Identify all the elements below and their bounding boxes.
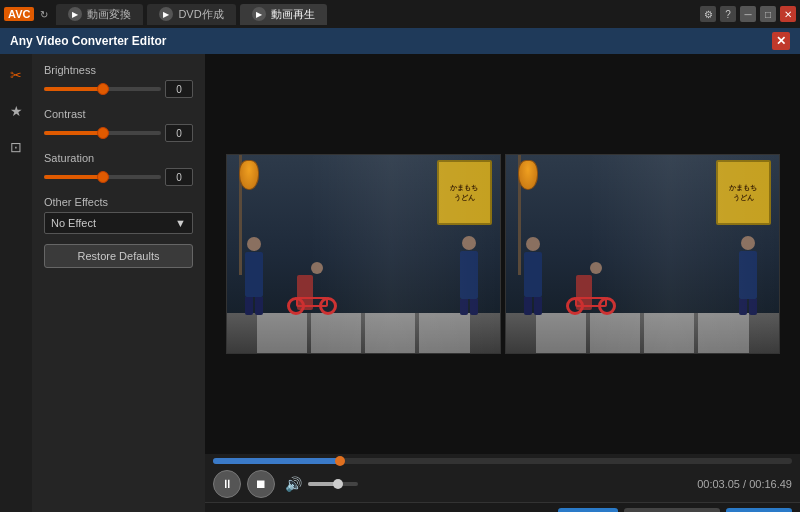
time-current: 00:03.05	[697, 478, 740, 490]
saturation-value[interactable]: 0	[165, 168, 193, 186]
contrast-slider-row: 0	[44, 124, 193, 142]
saturation-fill	[44, 175, 103, 179]
other-effects-select[interactable]: No Effect ▼	[44, 212, 193, 234]
saturation-label: Saturation	[44, 152, 193, 164]
maximize-button[interactable]: □	[760, 6, 776, 22]
contrast-value[interactable]: 0	[165, 124, 193, 142]
saturation-slider-row: 0	[44, 168, 193, 186]
speed-lines-left	[227, 155, 500, 353]
dvd-icon: ▶	[159, 7, 173, 21]
title-tabs: ▶ 動画変換 ▶ DVD作成 ▶ 動画再生	[56, 4, 700, 25]
brightness-label: Brightness	[44, 64, 193, 76]
dialog-titlebar: Any Video Converter Editor ✕	[0, 28, 800, 54]
controls-panel: Brightness 0 Contrast	[32, 54, 205, 512]
other-effects-control: Other Effects No Effect ▼	[44, 196, 193, 234]
contrast-label: Contrast	[44, 108, 193, 120]
left-inner: ✂ ★ ⊡ Brightness 0	[0, 54, 205, 512]
time-display: 00:03.05 / 00:16.49	[697, 478, 792, 490]
playback-bar: ⏸ ⏹ 🔊 00:03.05 / 00:16.49	[205, 454, 800, 502]
other-effects-label: Other Effects	[44, 196, 193, 208]
content-area: かまもちうどん	[205, 54, 800, 512]
cut-icon[interactable]: ✂	[3, 62, 29, 88]
brightness-value[interactable]: 0	[165, 80, 193, 98]
left-panel: ✂ ★ ⊡ Brightness 0	[0, 54, 205, 512]
brightness-control: Brightness 0	[44, 64, 193, 98]
tab-video-convert[interactable]: ▶ 動画変換	[56, 4, 143, 25]
minimize-button[interactable]: ─	[740, 6, 756, 22]
volume-thumb[interactable]	[333, 479, 343, 489]
stop-button[interactable]: ⏹	[247, 470, 275, 498]
saturation-thumb[interactable]	[97, 171, 109, 183]
saturation-track	[44, 175, 161, 179]
sidebar-icons: ✂ ★ ⊡	[0, 54, 32, 512]
main-area: ✂ ★ ⊡ Brightness 0	[0, 54, 800, 512]
contrast-control: Contrast 0	[44, 108, 193, 142]
pause-icon: ⏸	[221, 477, 233, 491]
title-bar: AVC ↻ ▶ 動画変換 ▶ DVD作成 ▶ 動画再生 ⚙ ? ─ □ ✕	[0, 0, 800, 28]
video-convert-icon: ▶	[68, 7, 82, 21]
progress-fill	[213, 458, 340, 464]
cancel-button[interactable]: キャンセル	[624, 508, 720, 513]
contrast-fill	[44, 131, 103, 135]
video-frame-left: かまもちうどん	[226, 154, 501, 354]
pause-button[interactable]: ⏸	[213, 470, 241, 498]
confirm-button[interactable]: 確認	[558, 508, 618, 513]
brightness-slider-row: 0	[44, 80, 193, 98]
anime-scene-left: かまもちうどん	[227, 155, 500, 353]
other-effects-value: No Effect	[51, 217, 96, 229]
chevron-down-icon: ▼	[175, 217, 186, 229]
volume-track[interactable]	[308, 482, 358, 486]
volume-icon: 🔊	[285, 476, 302, 492]
action-bar: 確認 キャンセル Apply	[205, 502, 800, 512]
crop-icon[interactable]: ⊡	[3, 134, 29, 160]
stop-icon: ⏹	[255, 477, 267, 491]
settings-icon[interactable]: ⚙	[700, 6, 716, 22]
dialog-title-text: Any Video Converter Editor	[10, 34, 166, 48]
preview-area: かまもちうどん	[205, 54, 800, 454]
video-frame-right: かまもちうどん	[505, 154, 780, 354]
contrast-track	[44, 131, 161, 135]
window-controls: ⚙ ? ─ □ ✕	[700, 6, 796, 22]
refresh-icon[interactable]: ↻	[40, 9, 48, 20]
progress-thumb[interactable]	[335, 456, 345, 466]
anime-scene-right: かまもちうどん	[506, 155, 779, 353]
contrast-thumb[interactable]	[97, 127, 109, 139]
help-icon[interactable]: ?	[720, 6, 736, 22]
playback-controls-row: ⏸ ⏹ 🔊 00:03.05 / 00:16.49	[213, 470, 792, 498]
progress-track[interactable]	[213, 458, 792, 464]
time-total: 00:16.49	[749, 478, 792, 490]
brightness-thumb[interactable]	[97, 83, 109, 95]
dialog-close-button[interactable]: ✕	[772, 32, 790, 50]
tab-dvd[interactable]: ▶ DVD作成	[147, 4, 235, 25]
app-logo: AVC	[4, 7, 34, 21]
brightness-track	[44, 87, 161, 91]
tab-video-play[interactable]: ▶ 動画再生	[240, 4, 327, 25]
speed-lines-right	[506, 155, 779, 353]
saturation-control: Saturation 0	[44, 152, 193, 186]
brightness-fill	[44, 87, 103, 91]
video-play-icon: ▶	[252, 7, 266, 21]
effects-icon[interactable]: ★	[3, 98, 29, 124]
apply-button[interactable]: Apply	[726, 508, 792, 513]
restore-defaults-button[interactable]: Restore Defaults	[44, 244, 193, 268]
window-close-button[interactable]: ✕	[780, 6, 796, 22]
